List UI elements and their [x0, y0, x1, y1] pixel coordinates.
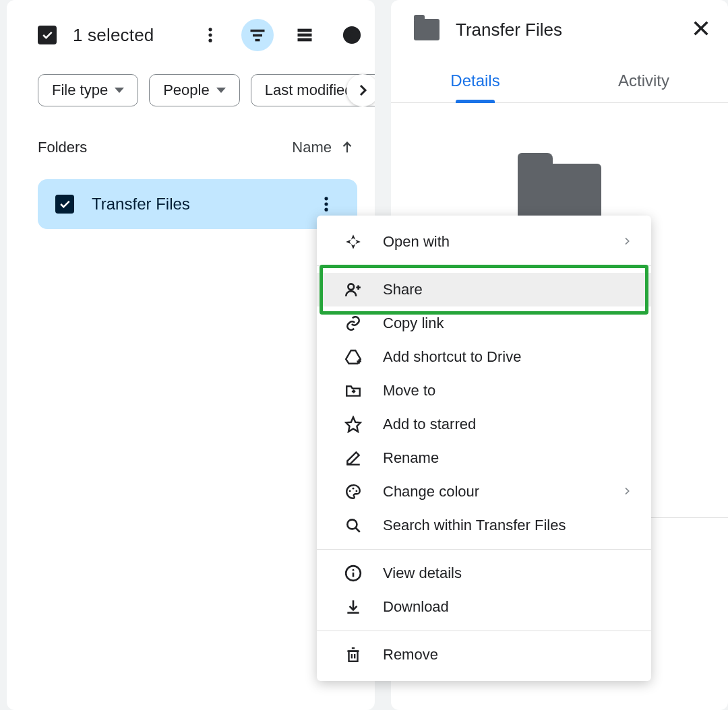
svg-point-31	[353, 488, 355, 490]
info-button[interactable]	[336, 19, 368, 51]
menu-label: Add to starred	[383, 416, 476, 433]
chevron-down-icon	[115, 88, 124, 93]
search-icon	[344, 517, 363, 534]
close-details-button[interactable]	[692, 19, 710, 40]
svg-point-13	[324, 197, 328, 200]
menu-label: Download	[383, 598, 449, 616]
svg-point-22	[348, 284, 354, 290]
tab-details[interactable]: Details	[391, 71, 559, 102]
menu-add-shortcut[interactable]: Add shortcut to Drive	[317, 340, 651, 374]
svg-rect-8	[298, 38, 312, 42]
menu-remove[interactable]: Remove	[317, 638, 651, 672]
selection-count: 1 selected	[73, 25, 154, 46]
menu-separator	[317, 631, 651, 631]
chip-label: File type	[52, 82, 108, 99]
arrow-up-icon	[340, 140, 355, 155]
svg-point-15	[324, 208, 328, 212]
svg-rect-7	[298, 34, 312, 37]
filter-chip-row: File type People Last modified	[7, 51, 375, 106]
person-add-icon	[344, 281, 363, 298]
menu-open-with[interactable]: Open with	[317, 225, 651, 259]
menu-rename[interactable]: Rename	[317, 441, 651, 475]
svg-point-32	[355, 490, 357, 492]
details-header: Transfer Files	[391, 0, 728, 40]
column-header: Folders Name	[7, 106, 375, 156]
menu-copy-link[interactable]: Copy link	[317, 306, 651, 340]
filter-button[interactable]	[241, 19, 274, 51]
folder-name: Transfer Files	[92, 195, 190, 214]
pencil-icon	[344, 449, 363, 467]
menu-separator	[317, 549, 651, 550]
svg-marker-21	[355, 240, 361, 245]
menu-label: Search within Transfer Files	[383, 517, 566, 534]
menu-label: Rename	[383, 449, 439, 467]
tab-activity[interactable]: Activity	[559, 71, 728, 102]
menu-search-within[interactable]: Search within Transfer Files	[317, 509, 651, 542]
chevron-right-icon	[621, 233, 632, 251]
menu-share[interactable]: Share	[317, 273, 651, 306]
chip-scroll-right-button[interactable]	[346, 74, 375, 106]
svg-point-14	[324, 202, 328, 205]
menu-view-details[interactable]: View details	[317, 556, 651, 590]
svg-point-30	[349, 490, 351, 492]
svg-marker-28	[346, 417, 361, 432]
row-checkbox[interactable]	[55, 195, 74, 214]
sort-by-name[interactable]: Name	[292, 139, 355, 156]
menu-label: View details	[383, 564, 462, 582]
select-all-checkbox[interactable]	[38, 26, 57, 44]
menu-label: Copy link	[383, 315, 444, 332]
sort-label: Name	[292, 139, 332, 156]
svg-point-2	[208, 39, 212, 42]
svg-rect-5	[255, 39, 260, 42]
folders-section-label: Folders	[38, 139, 87, 156]
svg-rect-40	[349, 651, 358, 661]
menu-label: Add shortcut to Drive	[383, 348, 521, 366]
drive-shortcut-icon	[344, 348, 363, 366]
svg-point-11	[351, 30, 353, 32]
chip-label: Last modified	[265, 82, 353, 99]
palette-icon	[344, 483, 363, 501]
selection-toolbar: 1 selected	[7, 19, 375, 51]
menu-download[interactable]: Download	[317, 590, 651, 624]
svg-marker-20	[346, 240, 351, 245]
menu-change-colour[interactable]: Change colour	[317, 475, 651, 509]
more-actions-button[interactable]	[194, 19, 226, 51]
view-list-button[interactable]	[289, 19, 321, 51]
svg-point-1	[208, 33, 212, 36]
chip-label: People	[163, 82, 210, 99]
menu-label: Share	[383, 281, 423, 298]
svg-line-34	[355, 527, 359, 531]
chip-people[interactable]: People	[149, 74, 240, 106]
folder-move-icon	[344, 382, 363, 399]
svg-point-0	[208, 28, 212, 31]
download-icon	[344, 598, 363, 616]
menu-label: Open with	[383, 233, 450, 251]
folder-row-transfer-files[interactable]: Transfer Files	[38, 179, 357, 229]
folder-icon	[414, 19, 439, 40]
svg-rect-6	[298, 29, 312, 32]
svg-rect-3	[251, 30, 265, 32]
details-preview	[391, 103, 728, 230]
chevron-down-icon	[216, 88, 226, 93]
svg-marker-18	[351, 234, 356, 240]
svg-marker-19	[351, 244, 356, 249]
open-with-icon	[344, 233, 363, 251]
trash-icon	[344, 646, 363, 664]
details-tabs: Details Activity	[391, 71, 728, 103]
chip-file-type[interactable]: File type	[38, 74, 138, 106]
menu-label: Change colour	[383, 483, 479, 501]
menu-separator	[317, 265, 651, 266]
context-menu: Open with Share Copy link Add shortcut t…	[317, 216, 651, 681]
menu-move-to[interactable]: Move to	[317, 374, 651, 408]
menu-label: Move to	[383, 382, 435, 399]
menu-label: Remove	[383, 646, 438, 664]
svg-point-37	[353, 569, 355, 571]
svg-point-33	[347, 519, 357, 529]
menu-add-starred[interactable]: Add to starred	[317, 408, 651, 441]
details-title: Transfer Files	[456, 20, 675, 40]
chevron-right-icon	[621, 483, 632, 501]
star-icon	[344, 416, 363, 433]
svg-rect-4	[253, 34, 262, 37]
info-icon	[344, 564, 363, 582]
link-icon	[344, 315, 363, 332]
